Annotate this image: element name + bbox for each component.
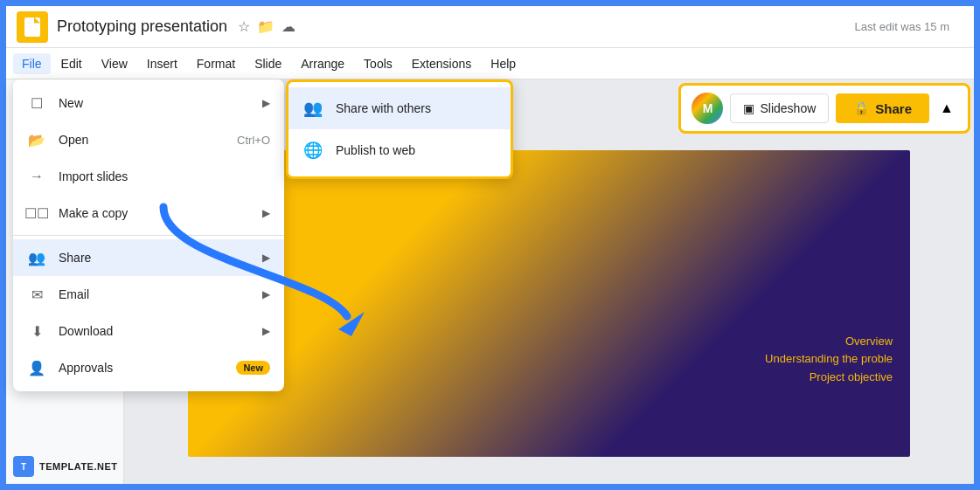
divider-1 [13,235,284,236]
dropdown-email-label: Email [59,287,255,301]
dropdown-open[interactable]: 📂 Open Ctrl+O [13,121,284,158]
collapse-button[interactable]: ▲ [936,98,957,119]
menu-file[interactable]: File [13,53,51,74]
menu-view[interactable]: View [93,53,136,74]
lock-icon: 🔒 [853,100,870,116]
main-container: Prototyping presentation ☆ 📁 ☁ Last edit… [3,3,977,487]
star-icon[interactable]: ☆ [238,18,250,35]
dropdown-share-label: Share [59,251,255,265]
menu-bar: File Edit View Insert Format Slide Arran… [6,48,974,79]
canvas-inner: Overview Understanding the proble Projec… [188,150,910,457]
dropdown-share[interactable]: 👥 Share ▶ [13,239,284,276]
watermark-t-letter: T [21,462,26,472]
share-panel: M ▣ Slideshow 🔒 Share ▲ [678,83,970,134]
dropdown-download-label: Download [59,324,255,338]
menu-edit[interactable]: Edit [52,53,91,74]
share-submenu: 👥 Share with others 🌐 Publish to web [286,79,513,179]
last-edit: Last edit was 15 m [855,20,949,33]
copy-arrow-icon: ▶ [262,207,270,219]
menu-slide[interactable]: Slide [246,53,290,74]
dropdown-copy-label: Make a copy [59,206,255,220]
chevron-up-icon: ▲ [940,100,954,116]
globe-icon: 🌐 [302,140,323,161]
canvas-line3: Project objective [765,369,893,387]
slideshow-button[interactable]: ▣ Slideshow [730,93,829,123]
menu-insert[interactable]: Insert [138,53,186,74]
menu-help[interactable]: Help [482,53,525,74]
publish-to-web-label: Publish to web [336,143,415,157]
slideshow-label: Slideshow [760,101,816,115]
watermark-icon: T [13,456,34,477]
google-meet-icon[interactable]: M [692,93,723,124]
share-with-others-label: Share with others [336,101,431,115]
slideshow-icon: ▣ [743,101,754,115]
dropdown-import[interactable]: → Import slides [13,158,284,195]
cloud-icon[interactable]: ☁ [281,18,295,35]
title-icons: ☆ 📁 ☁ [238,18,295,35]
dropdown-import-label: Import slides [59,169,270,183]
new-arrow-icon: ▶ [262,97,270,109]
submenu-share-with-others[interactable]: 👥 Share with others [288,87,511,129]
dropdown-approvals-label: Approvals [59,361,236,375]
share-with-icon: 👥 [302,98,323,119]
dropdown-new[interactable]: ☐ New ▶ [13,85,284,121]
file-dropdown: ☐ New ▶ 📂 Open Ctrl+O → Import slides ☐☐… [13,79,284,391]
dropdown-approvals[interactable]: 👤 Approvals New [13,349,284,386]
import-icon: → [27,167,46,186]
dropdown-open-label: Open [59,133,237,147]
email-arrow-icon: ▶ [262,288,270,300]
email-icon: ✉ [27,285,46,304]
folder-open-icon: 📂 [27,130,46,149]
canvas-text: Overview Understanding the proble Projec… [765,333,893,387]
dropdown-copy[interactable]: ☐☐ Make a copy ▶ [13,195,284,231]
app-icon [17,11,48,43]
canvas-line1: Overview [765,333,893,351]
dropdown-download[interactable]: ⬇ Download ▶ [13,313,284,349]
app-icon-inner [24,17,40,37]
menu-tools[interactable]: Tools [355,53,401,74]
title-bar: Prototyping presentation ☆ 📁 ☁ Last edit… [6,6,974,48]
submenu-publish-to-web[interactable]: 🌐 Publish to web [288,129,511,171]
new-badge: New [236,361,270,375]
menu-arrange[interactable]: Arrange [292,53,353,74]
dropdown-email[interactable]: ✉ Email ▶ [13,276,284,313]
new-file-icon: ☐ [27,93,46,113]
file-title: Prototyping presentation [57,17,227,36]
menu-extensions[interactable]: Extensions [403,53,480,74]
folder-icon[interactable]: 📁 [257,18,275,35]
share-arrow-icon: ▶ [262,252,270,264]
share-people-icon: 👥 [27,248,46,267]
watermark: T TEMPLATE.NET [13,456,118,477]
copy-icon: ☐☐ [27,204,46,223]
download-arrow-icon: ▶ [262,325,270,337]
share-label: Share [875,101,912,116]
approvals-icon: 👤 [27,358,46,377]
dropdown-new-label: New [59,96,255,110]
share-button[interactable]: 🔒 Share [836,93,929,123]
canvas-line2: Understanding the proble [765,350,893,369]
watermark-text: TEMPLATE.NET [39,461,118,472]
menu-format[interactable]: Format [188,53,244,74]
open-shortcut: Ctrl+O [237,134,270,147]
download-icon: ⬇ [27,321,46,341]
